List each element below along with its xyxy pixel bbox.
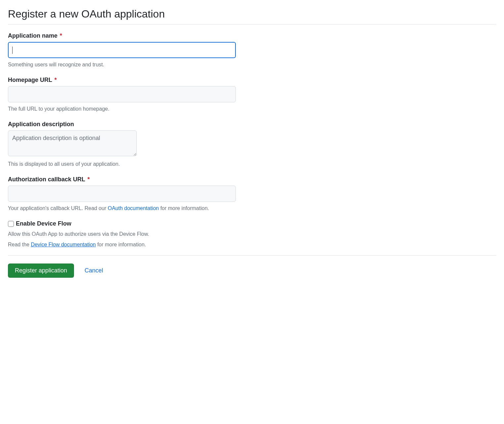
device-flow-docs-link[interactable]: Device Flow documentation: [31, 242, 96, 247]
oauth-docs-link[interactable]: OAuth documentation: [108, 205, 159, 211]
device-flow-checkbox[interactable]: [8, 221, 14, 227]
required-marker: *: [60, 32, 62, 39]
device-flow-hint-2: Read the Device Flow documentation for m…: [8, 240, 496, 249]
device-flow-hint2-post: for more information.: [96, 242, 146, 247]
homepage-url-hint: The full URL to your application homepag…: [8, 105, 496, 113]
required-marker: *: [88, 176, 90, 183]
field-group-homepage-url: Homepage URL * The full URL to your appl…: [8, 77, 496, 113]
description-textarea[interactable]: [8, 130, 137, 156]
app-name-label: Application name *: [8, 32, 496, 39]
device-flow-hint2-pre: Read the: [8, 242, 31, 247]
divider: [8, 255, 496, 256]
register-button[interactable]: Register application: [8, 264, 74, 278]
field-group-app-name: Application name * Something users will …: [8, 32, 496, 69]
callback-url-input[interactable]: [8, 186, 236, 202]
page-title: Register a new OAuth application: [8, 8, 496, 24]
homepage-url-label-text: Homepage URL: [8, 77, 52, 83]
homepage-url-input[interactable]: [8, 86, 236, 102]
field-group-description: Application description This is displaye…: [8, 121, 496, 168]
app-name-hint: Something users will recognize and trust…: [8, 61, 496, 69]
homepage-url-label: Homepage URL *: [8, 77, 496, 84]
field-group-device-flow: Enable Device Flow Allow this OAuth App …: [8, 220, 496, 249]
callback-url-label-text: Authorization callback URL: [8, 176, 85, 183]
device-flow-hint-1: Allow this OAuth App to authorize users …: [8, 230, 496, 238]
cancel-button[interactable]: Cancel: [85, 267, 103, 274]
required-marker: *: [54, 77, 57, 83]
field-group-callback-url: Authorization callback URL * Your applic…: [8, 176, 496, 212]
device-flow-label[interactable]: Enable Device Flow: [16, 220, 71, 227]
text-cursor-icon: [12, 47, 13, 54]
description-hint: This is displayed to all users of your a…: [8, 160, 496, 168]
app-name-input[interactable]: [8, 42, 236, 58]
app-name-label-text: Application name: [8, 32, 57, 39]
callback-url-hint: Your application's callback URL. Read ou…: [8, 204, 496, 212]
form-actions: Register application Cancel: [8, 264, 496, 278]
description-label: Application description: [8, 121, 496, 128]
callback-hint-post: for more information.: [159, 205, 209, 211]
callback-hint-pre: Your application's callback URL. Read ou…: [8, 205, 108, 211]
callback-url-label: Authorization callback URL *: [8, 176, 496, 183]
